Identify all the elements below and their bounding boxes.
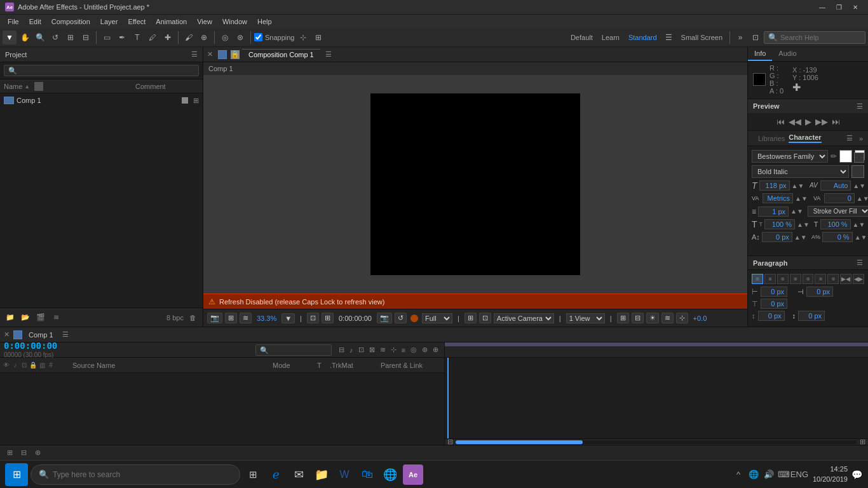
comp-snapshot-btn[interactable]: 📷 [207,313,222,323]
tl-bot-btn-3[interactable]: ⊛ [32,447,43,459]
font-size-chevron[interactable]: ▲▼ [792,182,804,189]
stroke-width-input[interactable] [758,207,789,217]
workspace-menu[interactable]: ☰ [662,30,676,44]
tsume-input[interactable] [822,232,853,242]
trash-btn[interactable]: 🗑 [186,311,199,324]
workspace-small[interactable]: Small Screen [677,34,726,41]
menu-file[interactable]: File [3,17,24,27]
workspace-standard[interactable]: Standard [625,34,661,41]
taskbar-search-input[interactable] [53,470,232,479]
para-indent-first-input[interactable] [761,299,787,309]
tool-paint[interactable]: 🖌 [182,30,196,44]
comp-channels-btn[interactable]: ⊞ [465,313,477,323]
align-justify-center-btn[interactable]: ≡ [803,274,814,284]
comp-pixel-btn[interactable]: ⊡ [479,313,491,323]
tl-draft-btn[interactable]: ⊹ [389,345,398,355]
para-space-before-input[interactable] [758,311,785,321]
tool-hand[interactable]: ✋ [18,30,32,44]
tracking-chevron[interactable]: ▲▼ [853,182,865,189]
tool-rotate[interactable]: ↺ [48,30,62,44]
maximize-button[interactable]: ❐ [831,1,846,13]
tab-audio[interactable]: Audio [772,47,803,61]
comp-lights-btn[interactable]: ☀ [646,313,659,323]
viewer-toggle[interactable]: ⊡ [749,30,763,44]
project-menu-icon[interactable]: ☰ [191,50,198,58]
close-timeline-btn[interactable]: ✕ [4,330,10,339]
tl-bot-btn-2[interactable]: ⊟ [18,447,29,459]
tl-keyframe-btn[interactable]: ⊛ [420,345,430,355]
tool-anchor[interactable]: ✚ [161,30,175,44]
menu-animation[interactable]: Animation [151,17,192,27]
tray-network[interactable]: 🌐 [748,469,759,480]
taskbar-task-view[interactable]: ⊞ [243,464,263,485]
tool-puppet[interactable]: ⊛ [233,30,247,44]
char-menu-icon[interactable]: ☰ [846,134,853,142]
comp-solo-btn[interactable]: ⊞ [193,97,199,105]
h-scale-input[interactable] [820,219,851,229]
snapping-checkbox[interactable] [254,33,262,41]
comp-canvas-area[interactable] [203,75,747,294]
align-center-btn[interactable]: ≡ [764,274,776,284]
tl-graph-btn[interactable]: ⊕ [431,345,440,355]
taskbar-notification[interactable]: 💬 [850,468,863,481]
menu-view[interactable]: View [192,17,217,27]
tool-camera1[interactable]: ⊞ [64,30,78,44]
tool-roto[interactable]: ◎ [218,30,232,44]
col-lock-icon[interactable]: 🔒 [29,362,37,369]
tool-zoom[interactable]: 🔍 [33,30,47,44]
comp-view-btn[interactable]: ⊞ [225,313,237,323]
align-right-btn[interactable]: ≡ [777,274,789,284]
new-folder-btn[interactable]: 📁 [4,311,17,324]
search-input[interactable] [780,34,857,41]
align-left-btn[interactable]: ≡ [752,274,763,284]
menu-window[interactable]: Window [217,17,252,27]
tsume-chevron[interactable]: ▲▼ [855,234,867,241]
tl-mask-btn[interactable]: ◎ [409,345,419,355]
tray-volume[interactable]: 🔊 [763,469,775,480]
tl-lock-btn[interactable]: ⊠ [367,345,377,355]
v-scale-input[interactable] [764,219,795,229]
tray-keyboard[interactable]: ⌨ [778,469,790,480]
para-indent-right-input[interactable] [806,287,833,297]
list-item[interactable]: Comp 1 ⊞ [0,93,203,107]
para-indent-left-input[interactable] [761,287,787,297]
tracking-input[interactable] [820,180,851,191]
stroke-width-chevron[interactable]: ▲▼ [790,208,803,215]
align-justify-all-btn[interactable]: ≡ [827,274,839,284]
preview-next-btn[interactable]: ▶▶ [815,117,828,126]
minimize-button[interactable]: — [815,1,830,13]
font-style-select[interactable]: Bold Italic [752,165,849,178]
comp-3d-btn[interactable]: ⊞ [617,313,629,323]
stroke-type-select[interactable]: Stroke Over Fill [808,206,868,217]
kerning-input[interactable] [763,193,793,203]
preview-menu-icon[interactable]: ☰ [857,102,863,111]
comp-draft-btn[interactable]: ⊹ [676,313,688,323]
baseline-input[interactable] [762,232,792,242]
baseline-chevron[interactable]: ▲▼ [794,234,807,241]
tl-shy-btn[interactable]: ≋ [378,345,388,355]
kerning-chevron[interactable]: ▲▼ [795,195,808,202]
tl-bot-btn-1[interactable]: ⊞ [4,447,15,459]
flow-btn[interactable]: ≋ [50,311,62,324]
para-menu-icon[interactable]: ☰ [857,259,863,267]
menu-effect[interactable]: Effect [123,17,151,27]
comp-quality-btn[interactable]: ⊡ [307,313,319,323]
taskbar-explorer[interactable]: 📁 [311,464,332,485]
tool-shape-rect[interactable]: ▭ [100,30,114,44]
align-justify-right-btn[interactable]: ≡ [815,274,826,284]
footage-btn[interactable]: 🎬 [34,311,47,324]
taskbar-edge[interactable]: ℯ [266,464,286,485]
menu-layer[interactable]: Layer [95,17,123,27]
comp-grid-btn[interactable]: ⊟ [632,313,644,323]
align-justify-btn[interactable]: ≡ [790,274,801,284]
col-solo-icon[interactable]: ⊡ [20,362,28,369]
menu-edit[interactable]: Edit [24,17,46,27]
tl-hide-btn[interactable]: ⊟ [337,345,346,355]
col-eye-icon[interactable]: 👁 [3,362,10,369]
close-button[interactable]: ✕ [848,1,863,13]
preview-play-btn[interactable]: ▶ [805,117,811,126]
preview-last-btn[interactable]: ⏭ [832,117,840,126]
kerning2-input[interactable] [824,193,855,203]
tray-lang[interactable]: ENG [794,469,805,480]
tool-camera2[interactable]: ⊟ [79,30,93,44]
